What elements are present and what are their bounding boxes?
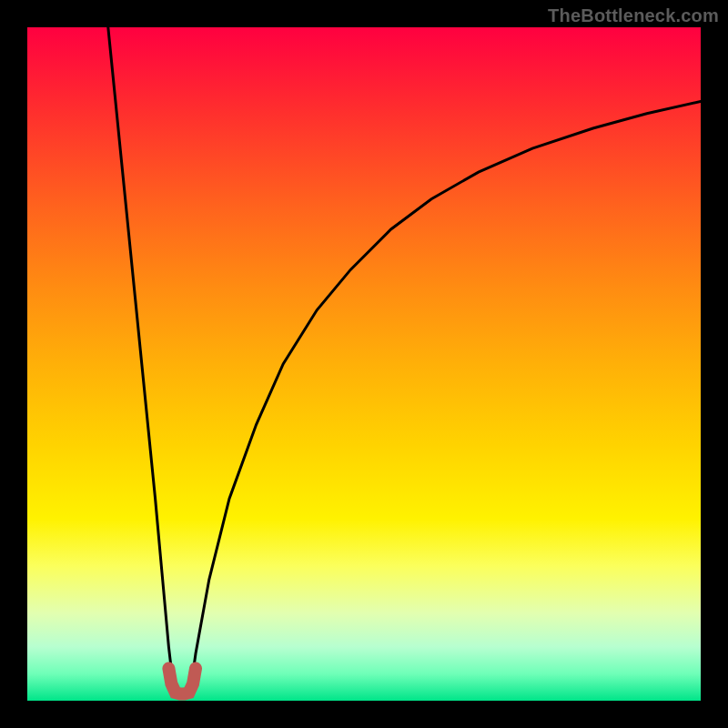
gradient-plot-area xyxy=(27,27,701,701)
valley-u-marker xyxy=(168,668,196,693)
curve-layer xyxy=(27,27,701,701)
left-branch-curve xyxy=(108,27,174,687)
chart-frame: TheBottleneck.com xyxy=(0,0,728,728)
watermark-text: TheBottleneck.com xyxy=(548,5,719,26)
right-branch-curve xyxy=(191,101,701,687)
